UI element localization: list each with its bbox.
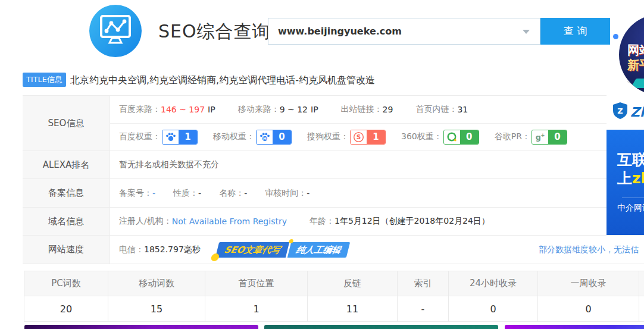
beian-audit-value: - xyxy=(307,189,310,198)
telecom-value: 1852.797毫秒 xyxy=(144,245,201,255)
shield-icon: Z xyxy=(612,102,628,122)
col-header-backlinks: 反链 xyxy=(308,271,397,296)
baidu-weight-value: 1 xyxy=(179,130,197,144)
mobile-traffic-unit: IP xyxy=(311,105,318,114)
360-weight-label: 360权重： xyxy=(401,131,442,142)
table-column: 移动词数 15 xyxy=(108,271,205,321)
svg-text:+: + xyxy=(541,132,545,138)
beian-name-value: - xyxy=(244,189,247,198)
col-value-24h: 0 xyxy=(449,296,537,321)
col-header-extra xyxy=(639,271,644,296)
monitor-chart-icon xyxy=(98,14,133,48)
paw-m-icon: M xyxy=(257,130,273,144)
chevron-down-icon[interactable] xyxy=(523,30,530,34)
site-title-text: 北京约克中央空调,约克空调经销商,约克空调代理电话-约克风机盘管改造 xyxy=(70,74,375,87)
sidebar-ad[interactable]: Z Zhong. 互联网 上zh 中介网认证 xyxy=(607,94,644,235)
table-column: 首页位置 1 xyxy=(205,271,308,321)
ad-line2-yellow: zh xyxy=(632,170,644,187)
ad-line2: 上zh xyxy=(617,169,644,188)
col-header-week: 一周收录 xyxy=(538,271,639,296)
360-weight-badge[interactable]: 0 xyxy=(443,130,479,145)
alexa-value: 暂无排名或相关数据不充分 xyxy=(119,159,219,170)
svg-text:S: S xyxy=(357,133,361,140)
google-pr-value: 0 xyxy=(548,130,567,144)
domain-age-value: 1年5月12日（创建于2018年02月24日） xyxy=(334,216,490,227)
search-box xyxy=(268,18,540,45)
col-header-24h: 24小时收录 xyxy=(449,271,537,296)
homelink-value: 31 xyxy=(457,105,468,114)
alexa-row: ALEXA排名 暂无排名或相关数据不充分 xyxy=(23,151,644,179)
col-value-home-position: 1 xyxy=(205,296,307,321)
outlink-value: 29 xyxy=(383,105,393,114)
mobile-weight-badge[interactable]: M 0 xyxy=(256,130,292,145)
table-column: 索引 - xyxy=(398,271,449,321)
seo-query-page: SEO综合查询 查 询 网站交易 新平台 TITLE信息 北京约克中央空调,约克… xyxy=(0,0,644,329)
ribbon-dot-icon xyxy=(210,253,220,261)
homelink-label: 首页内链： xyxy=(415,104,457,115)
ad-body: 互联网 上zh 中介网认证 xyxy=(607,130,644,235)
search-input[interactable] xyxy=(268,18,540,44)
data-note-link[interactable]: 部分数据维度较小，无法估 xyxy=(539,245,639,255)
svg-text:Z: Z xyxy=(617,106,623,115)
seo-info-row: SEO信息 百度来路： 146 ~ 197 IP 移动来路： 9 ~ 12 IP… xyxy=(23,96,644,151)
card-bar-purple xyxy=(24,325,258,329)
row-label-speed: 网站速度 xyxy=(23,236,110,264)
col-value-week: 0 xyxy=(538,296,639,321)
mobile-weight-value: 0 xyxy=(273,130,291,144)
table-column: 一周收录 0 xyxy=(538,271,639,321)
registrant-link[interactable]: Not Available From Registry xyxy=(172,217,287,226)
360-weight-value: 0 xyxy=(460,130,479,144)
col-header-mobile-words: 移动词数 xyxy=(108,271,205,296)
card-bar-teal xyxy=(264,325,498,329)
baidu-weight-label: 百度权重： xyxy=(119,131,161,142)
ad-line1: 互联网 xyxy=(617,151,644,169)
baidu-traffic-value: 146 ~ 197 xyxy=(161,105,205,114)
beian-name-label: 名称： xyxy=(219,188,244,199)
s-circle-icon: S xyxy=(351,130,367,144)
google-pr-badge[interactable]: g+ 0 xyxy=(532,130,567,145)
row-label-domain: 域名信息 xyxy=(23,208,110,235)
table-column: PC词数 20 xyxy=(24,271,108,321)
query-button[interactable]: 查 询 xyxy=(540,18,610,45)
registrant-label: 注册人/机构： xyxy=(119,216,172,227)
col-value-extra xyxy=(639,296,644,321)
beian-number-value: - xyxy=(152,189,155,198)
table-column: 反链 11 xyxy=(308,271,398,321)
gplus-icon: g+ xyxy=(532,130,548,144)
keyword-stats-table: PC词数 20 移动词数 15 首页位置 1 反链 11 索引 - 24小时收录… xyxy=(24,271,644,322)
ad-divider xyxy=(622,198,644,198)
paw-icon xyxy=(162,130,179,144)
title-info-badge: TITLE信息 xyxy=(23,73,66,87)
ad-line2-white: 上 xyxy=(617,170,632,187)
sogou-weight-value: 1 xyxy=(367,130,385,144)
promo-text: 网站交易 新平台 xyxy=(627,43,644,73)
ribbon-ad[interactable]: SEO文章代写 纯人工编辑 xyxy=(215,242,350,258)
ribbon-dot-small-icon xyxy=(288,239,293,243)
row-label-beian: 备案信息 xyxy=(23,179,110,207)
promo-circle-ad[interactable]: 网站交易 新平台 xyxy=(619,14,644,95)
traffic-subrow: 百度来路： 146 ~ 197 IP 移动来路： 9 ~ 12 IP 出站链接：… xyxy=(110,96,644,124)
baidu-weight-badge[interactable]: 1 xyxy=(162,130,198,145)
beian-row: 备案信息 备案号： - 性质： - 名称： - 审核时间： - xyxy=(23,179,644,208)
table-column xyxy=(639,271,644,321)
col-header-index: 索引 xyxy=(398,271,448,296)
baidu-traffic-label: 百度来路： xyxy=(119,104,161,115)
seo-info-table: SEO信息 百度来路： 146 ~ 197 IP 移动来路： 9 ~ 12 IP… xyxy=(23,95,644,264)
outlink-label: 出站链接： xyxy=(341,104,383,115)
col-value-mobile-words: 15 xyxy=(108,296,205,321)
promo-line2: 新平台 xyxy=(627,58,644,73)
col-value-backlinks: 11 xyxy=(308,296,397,321)
ad-logo: Z Zhong. xyxy=(607,94,644,130)
weights-subrow: 百度权重： 1 移动权重： M 0 搜狗权重： xyxy=(110,124,644,151)
domain-row: 域名信息 注册人/机构： Not Available From Registry… xyxy=(23,208,644,236)
promo-dot-icon xyxy=(613,34,618,39)
table-column: 24小时收录 0 xyxy=(449,271,538,321)
baidu-traffic-unit: IP xyxy=(208,105,215,114)
page-title: SEO综合查询 xyxy=(158,20,271,44)
row-label-alexa: ALEXA排名 xyxy=(23,151,110,178)
svg-text:M: M xyxy=(263,137,267,140)
beian-number-label: 备案号： xyxy=(119,188,152,199)
promo-line1: 网站交易 xyxy=(627,43,644,58)
ring-icon xyxy=(444,130,460,144)
sogou-weight-badge[interactable]: S 1 xyxy=(350,130,386,145)
